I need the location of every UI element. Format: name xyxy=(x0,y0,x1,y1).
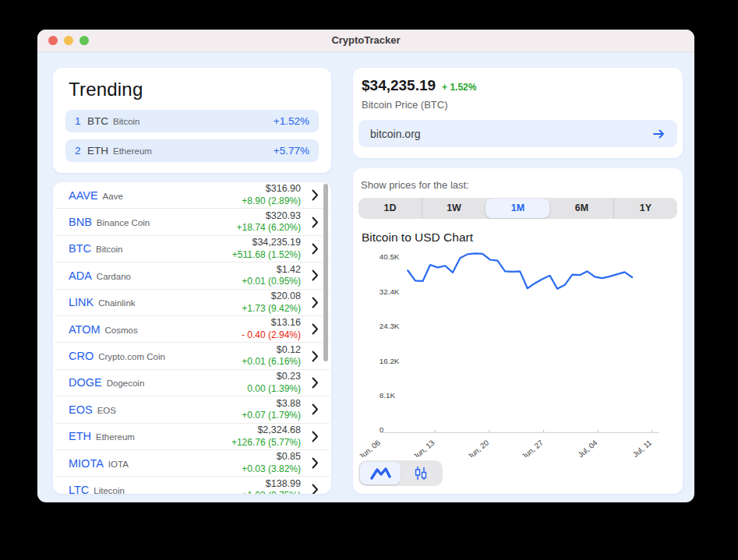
y-axis-tick-label: 40.5K xyxy=(380,252,400,261)
coin-row[interactable]: LINK Chainlink $20.08 +1.73 (9.42%) xyxy=(55,290,330,316)
coin-row[interactable]: ADA Cardano $1.42 +0.01 (0.95%) xyxy=(55,262,330,289)
coin-symbol: ADA xyxy=(69,269,92,282)
coin-name: Bitcoin xyxy=(96,245,123,254)
range-option-1y[interactable]: 1Y xyxy=(613,198,677,219)
range-option-1d[interactable]: 1D xyxy=(358,198,422,219)
scrollbar-thumb[interactable] xyxy=(323,184,328,361)
coin-change: +1.73 (9.42%) xyxy=(242,303,301,315)
coin-row[interactable]: DOGE Dogecoin $0.23 0.00 (1.39%) xyxy=(55,370,330,396)
x-axis-tick-label: Jun, 27 xyxy=(520,438,545,457)
coin-name: Litecoin xyxy=(94,486,125,494)
trending-change: +5.77% xyxy=(274,145,309,157)
coin-name: Dogecoin xyxy=(107,379,145,388)
coin-price: $13.16 xyxy=(242,317,301,329)
coin-name: Ethereum xyxy=(96,432,135,442)
coin-row[interactable]: BTC Bitcoin $34,235.19 +511.68 (1.52%) xyxy=(55,236,330,262)
coin-symbol: ETH xyxy=(69,430,91,442)
chevron-right-icon xyxy=(312,377,319,389)
coin-price: $138.99 xyxy=(242,478,301,491)
coin-symbol: BTC xyxy=(69,242,91,255)
zoom-button[interactable] xyxy=(79,36,89,45)
url-field-wrap xyxy=(358,120,677,147)
coin-price: $2,324.68 xyxy=(231,424,301,437)
coin-change: +126.76 (5.77%) xyxy=(231,437,301,449)
coin-change: +0.01 (0.95%) xyxy=(242,276,301,287)
coin-change: +511.68 (1.52%) xyxy=(232,249,301,261)
trending-heading: Trending xyxy=(69,79,317,100)
y-axis-tick-label: 24.3K xyxy=(380,322,400,330)
coin-name: Binance Coin xyxy=(97,218,150,227)
coin-list-card: AAVE Aave $316.90 +8.90 (2.89%) BNB Bina… xyxy=(53,182,331,494)
trending-change: +1.52% xyxy=(274,115,309,127)
candlestick-icon xyxy=(413,466,429,481)
chart-type-toggle xyxy=(358,460,443,486)
coin-name: Cosmos xyxy=(105,326,138,335)
coin-symbol: DOGE xyxy=(69,376,102,389)
price-header-card: $34,235.19 + 1.52% Bitcoin Price (BTC) xyxy=(353,68,683,158)
coin-change: 0.00 (1.39%) xyxy=(247,383,301,395)
coin-change: +0.01 (6.16%) xyxy=(242,356,301,368)
trending-list: 1 BTC Bitcoin +1.52% 2 ETH Ethereum +5.7… xyxy=(65,110,319,162)
y-axis-tick-label: 32.4K xyxy=(380,287,400,295)
line-chart-icon xyxy=(370,467,391,481)
coin-row[interactable]: CRO Crypto.com Coin $0.12 +0.01 (6.16%) xyxy=(55,343,330,369)
y-axis-tick-label: 16.2K xyxy=(380,356,400,365)
line-chart-toggle-button[interactable] xyxy=(360,462,401,484)
coin-list: AAVE Aave $316.90 +8.90 (2.89%) BNB Bina… xyxy=(55,182,330,494)
coin-price: $316.90 xyxy=(242,183,301,195)
window-title: CryptoTracker xyxy=(37,30,694,51)
coin-row[interactable]: ATOM Cosmos $13.16 - 0.40 (2.94%) xyxy=(55,316,330,343)
coin-price: $0.23 xyxy=(247,371,301,383)
left-column: Trending 1 BTC Bitcoin +1.52% 2 ETH Ethe… xyxy=(53,68,331,494)
go-button[interactable] xyxy=(651,127,667,141)
coin-name: EOS xyxy=(97,406,116,415)
coin-symbol: EOS xyxy=(69,403,93,416)
chevron-right-icon xyxy=(312,350,319,362)
coin-row[interactable]: BNB Binance Coin $320.93 +18.74 (6.20%) xyxy=(55,209,330,235)
trending-name: Ethereum xyxy=(113,146,274,156)
coin-row[interactable]: LTC Litecoin $138.99 +1.03 (0.75%) xyxy=(55,477,330,494)
chevron-right-icon xyxy=(312,269,319,281)
close-button[interactable] xyxy=(48,36,58,45)
range-selector: 1D1W1M6M1Y xyxy=(358,198,677,219)
range-option-1w[interactable]: 1W xyxy=(422,198,486,219)
candlestick-chart-toggle-button[interactable] xyxy=(401,462,441,484)
chevron-right-icon xyxy=(312,297,319,308)
range-option-6m[interactable]: 6M xyxy=(549,198,613,219)
coin-row[interactable]: AAVE Aave $316.90 +8.90 (2.89%) xyxy=(55,182,330,209)
arrow-right-icon xyxy=(652,129,666,139)
trending-symbol: ETH xyxy=(87,145,108,157)
chevron-right-icon xyxy=(312,403,319,415)
coin-name: IOTA xyxy=(108,460,129,469)
chevron-right-icon xyxy=(312,431,319,442)
coin-change: - 0.40 (2.94%) xyxy=(242,329,301,341)
x-axis-tick-label: Jun, 06 xyxy=(358,438,382,457)
trending-row[interactable]: 1 BTC Bitcoin +1.52% xyxy=(65,110,319,132)
coin-symbol: LTC xyxy=(69,484,89,494)
x-axis-tick-label: Jun, 20 xyxy=(466,438,491,457)
coin-change: +1.03 (0.75%) xyxy=(242,490,301,494)
x-axis-tick-label: Jul, 11 xyxy=(631,438,654,457)
coin-row[interactable]: EOS EOS $3.88 +0.07 (1.79%) xyxy=(55,396,330,423)
trending-card: Trending 1 BTC Bitcoin +1.52% 2 ETH Ethe… xyxy=(53,68,331,173)
range-option-1m[interactable]: 1M xyxy=(486,199,549,218)
trending-name: Bitcoin xyxy=(113,117,274,126)
coin-row[interactable]: ETH Ethereum $2,324.68 +126.76 (5.77%) xyxy=(55,424,330,450)
coin-price: $320.93 xyxy=(237,210,301,223)
trending-row[interactable]: 2 ETH Ethereum +5.77% xyxy=(65,139,319,162)
price-label: Bitcoin Price (BTC) xyxy=(362,99,677,111)
coin-row[interactable]: MIOTA IOTA $0.85 +0.03 (3.82%) xyxy=(55,450,330,477)
app-window: CryptoTracker Trending 1 BTC Bitcoin +1.… xyxy=(37,30,694,502)
bitcoin-price-line xyxy=(408,253,632,288)
coin-price: $34,235.19 xyxy=(232,237,301,249)
url-input[interactable] xyxy=(369,127,651,141)
coin-price: $1.42 xyxy=(242,264,301,276)
coin-price: $0.12 xyxy=(242,344,301,357)
coin-name: Cardano xyxy=(97,272,131,281)
current-change: + 1.52% xyxy=(442,82,476,93)
x-axis-tick-label: Jun, 13 xyxy=(411,438,436,457)
minimize-button[interactable] xyxy=(64,36,73,45)
coin-name: Crypto.com Coin xyxy=(98,352,165,361)
coin-symbol: ATOM xyxy=(69,323,101,336)
chevron-right-icon xyxy=(312,484,319,494)
